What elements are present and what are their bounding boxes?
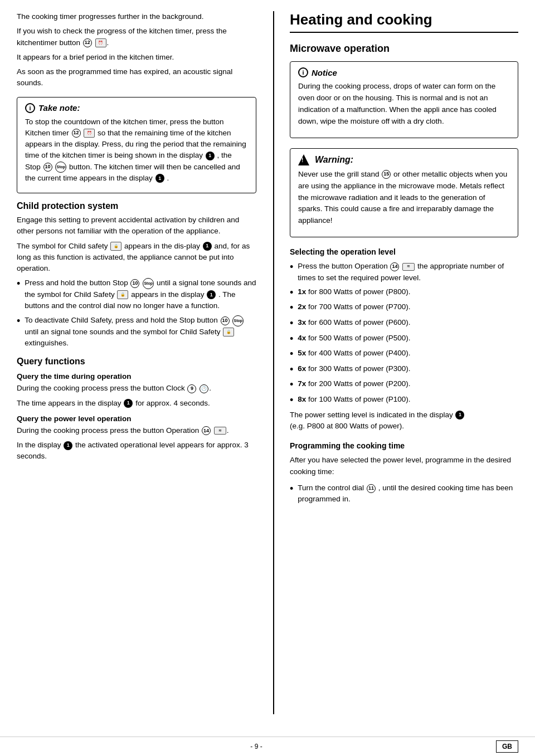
child-btn10-1: 10 [130, 279, 139, 288]
operation-btn14-right: 14 [390, 262, 399, 271]
query-time-p1: During the cooking process press the but… [17, 383, 256, 394]
power-bullet-dot: • [290, 364, 293, 376]
page-container: The cooking timer progresses further in … [0, 0, 535, 756]
take-note-num1: 1 [206, 152, 215, 160]
take-note-btn12: 12 [72, 129, 81, 138]
footer-gb-badge: GB [496, 740, 518, 753]
stop-icon-2: Stop [143, 278, 154, 289]
child-bullet1-num1: 1 [207, 290, 216, 299]
power-note-num1: 1 [455, 411, 464, 420]
display-num1: 1 [124, 399, 133, 408]
child-btn10-2: 10 [221, 316, 230, 325]
child-p1: Engage this setting to prevent accidenta… [17, 214, 256, 237]
child-num1: 1 [203, 242, 212, 251]
notice-title: i Notice [298, 67, 510, 77]
selecting-bullet1: • Press the button Operation 14 ≋ the ap… [290, 261, 518, 284]
power-bullet-dot: • [290, 394, 293, 407]
display-num1b: 1 [64, 441, 72, 450]
power-level-item: • 6x for 300 Watts of power (P300). [290, 363, 518, 376]
power-level-item: • 8x for 100 Watts of power (P100). [290, 394, 518, 407]
take-note-text: To stop the countdown of the kitchen tim… [25, 116, 248, 184]
power-bullet-dot: • [290, 333, 293, 345]
power-level-item: • 5x for 400 Watts of power (P400). [290, 348, 518, 360]
child-protection-heading: Child protection system [17, 201, 256, 211]
control-dial-11: 11 [367, 484, 376, 493]
clock-icon: 🕐 [200, 384, 208, 393]
child-safety-icon3: 🔒 [223, 328, 234, 336]
operation-btn14: 14 [202, 426, 211, 435]
power-note: The power setting level is indicated in … [290, 409, 518, 433]
operation-icon-right: ≋ [402, 263, 415, 271]
microwave-heading: Microwave operation [290, 43, 518, 55]
footer: - 9 - GB [0, 737, 535, 756]
stop-icon: Stop [55, 162, 66, 173]
programming-bullet1-text: Turn the control dial 11 , until the des… [298, 482, 518, 505]
bullet-dot-2: • [17, 315, 20, 328]
power-level-item: • 4x for 500 Watts of power (P500). [290, 333, 518, 345]
right-column: Heating and cooking Microwave operation … [273, 11, 518, 714]
grill-stand-15: 15 [382, 170, 391, 179]
child-bullet1: • Press and hold the button Stop 10 Stop… [17, 277, 256, 311]
child-bullet2: • To deactivate Child Safety, press and … [17, 315, 256, 349]
intro-p3: It appears for a brief period in the kit… [17, 52, 256, 63]
notice-info-icon: i [298, 67, 308, 77]
power-bullet-dot: • [290, 287, 293, 299]
selecting-bullet1-text: Press the button Operation 14 ≋ the appr… [298, 261, 518, 284]
query-power-heading: Query the power level operation [17, 414, 256, 423]
take-note-num1b: 1 [155, 174, 164, 183]
stop-icon-3: Stop [232, 315, 244, 326]
power-level-item: • 1x for 800 Watts of power (P800). [290, 286, 518, 299]
take-note-num10: 10 [43, 163, 52, 172]
notice-box: i Notice During the cooking process, dro… [290, 61, 518, 138]
query-time-heading: Query the time during operation [17, 372, 256, 381]
content-area: The cooking timer progresses further in … [0, 0, 535, 737]
info-icon: i [25, 103, 35, 113]
child-bullet1-text: Press and hold the button Stop 10 Stop u… [25, 277, 256, 311]
power-bullet-dot: • [290, 302, 293, 314]
operation-icon: ≋ [214, 427, 226, 435]
programming-heading: Programming the cooking time [290, 441, 518, 450]
clock-btn9: 9 [187, 384, 196, 393]
kitchen-timer-icon2: ⏰ [84, 129, 95, 138]
programming-bullet1: • Turn the control dial 11 , until the d… [290, 482, 518, 505]
query-functions-heading: Query functions [17, 357, 256, 367]
child-p2: The symbol for Child safety 🔒 appears in… [17, 241, 256, 275]
programming-p1: After you have selected the power level,… [290, 455, 518, 478]
btn-12-circle: 12 [83, 38, 92, 47]
power-bullet-dot: • [290, 379, 293, 391]
take-note-box: i Take note: To stop the countdown of th… [17, 97, 256, 194]
intro-p1: The cooking timer progresses further in … [17, 11, 256, 22]
bullet-dot-1: • [17, 278, 20, 290]
query-power-p4: In the display 1 the activated operation… [17, 440, 256, 462]
programming-bullet-dot: • [290, 483, 293, 495]
notice-text: During the cooking process, drops of wat… [298, 81, 510, 128]
child-safety-icon2: 🔒 [117, 290, 128, 299]
warning-box: ! Warning: Never use the grill stand 15 … [290, 148, 518, 238]
power-bullet-dot: • [290, 318, 293, 330]
power-level-item: • 7x for 200 Watts of power (P200). [290, 378, 518, 391]
intro-p4: As soon as the programmed time has expir… [17, 66, 256, 89]
selecting-bullet-dot: • [290, 261, 293, 274]
left-column: The cooking timer progresses further in … [17, 11, 256, 714]
kitchen-timer-icon: ⏰ [95, 38, 106, 47]
take-note-title: i Take note: [25, 103, 248, 113]
power-level-item: • 2x for 700 Watts of power (P700). [290, 301, 518, 314]
child-safety-icon: 🔒 [110, 242, 121, 251]
main-heading: Heating and cooking [290, 11, 518, 33]
query-power-p3: During the cooking process press the but… [17, 425, 256, 436]
power-levels-list: • 1x for 800 Watts of power (P800).• 2x … [290, 286, 518, 407]
footer-page-number: - 9 - [17, 743, 496, 750]
warning-title: ! Warning: [298, 154, 510, 165]
query-time-p2: The time appears in the display 1 for ap… [17, 398, 256, 409]
intro-p2: If you wish to check the progress of the… [17, 26, 256, 48]
power-level-item: • 3x for 600 Watts of power (P600). [290, 317, 518, 330]
selecting-heading: Selecting the operation level [290, 247, 518, 256]
power-bullet-dot: • [290, 348, 293, 360]
warning-text: Never use the grill stand 15 or other me… [298, 169, 510, 227]
child-bullet2-text: To deactivate Child Safety, press and ho… [25, 315, 256, 349]
